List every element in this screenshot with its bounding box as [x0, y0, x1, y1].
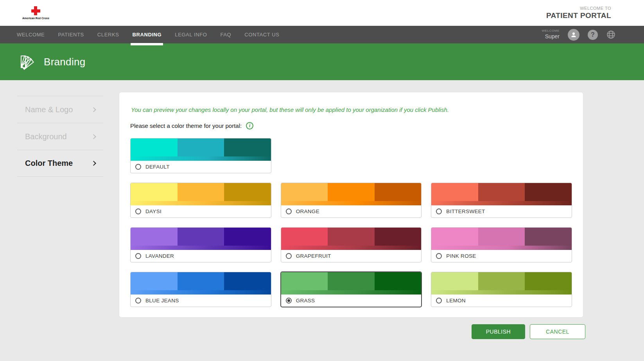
theme-radio[interactable]	[436, 253, 442, 259]
nav-item-patients[interactable]: PATIENTS	[51, 26, 90, 43]
prompt-row: Please select a color theme for your por…	[130, 122, 572, 129]
theme-label-row: PINK ROSE	[431, 250, 572, 262]
theme-card-blue-jeans[interactable]: BLUE JEANS	[130, 272, 271, 307]
theme-radio[interactable]	[436, 298, 442, 304]
theme-label: BLUE JEANS	[145, 298, 179, 304]
theme-card-lavander[interactable]: LAVANDER	[130, 227, 271, 262]
nav-item-branding[interactable]: BRANDING	[126, 26, 168, 43]
gradient-strip	[431, 246, 572, 250]
theme-card-default[interactable]: DEFAULT	[130, 138, 271, 173]
app-header: American Red Cross WELCOME TO PATIENT PO…	[0, 0, 644, 26]
gradient-strip	[281, 290, 422, 295]
globe-icon[interactable]	[606, 30, 616, 40]
theme-row-3: LAVANDER GRAPEFRUIT	[130, 227, 572, 262]
theme-label: LAVANDER	[145, 253, 174, 259]
color-theme-panel: You can preview your changes locally on …	[119, 92, 583, 318]
main-nav: WELCOME PATIENTS CLERKS BRANDING LEGAL I…	[0, 26, 644, 43]
cancel-button[interactable]: CANCEL	[530, 324, 585, 339]
theme-label: ORANGE	[296, 208, 319, 214]
theme-swatch	[131, 183, 271, 205]
theme-swatch	[131, 138, 271, 161]
portal-title: PATIENT PORTAL	[546, 11, 611, 20]
theme-label-row: DEFAULT	[131, 161, 271, 173]
nav-item-clerks[interactable]: CLERKS	[91, 26, 126, 43]
chevron-right-icon	[91, 161, 96, 166]
sidebar-item-label: Name & Logo	[25, 105, 73, 114]
theme-label-row: LAVANDER	[131, 250, 271, 262]
theme-label: PINK ROSE	[446, 253, 476, 259]
page-banner: Branding	[0, 43, 644, 80]
theme-card-pink-rose[interactable]: PINK ROSE	[431, 227, 572, 262]
theme-label: DAYSI	[145, 208, 161, 214]
sidebar-item-color-theme[interactable]: Color Theme	[17, 150, 103, 177]
theme-radio[interactable]	[436, 208, 442, 214]
theme-label-row: GRAPEFRUIT	[281, 250, 422, 262]
theme-swatch	[131, 228, 271, 250]
nav-user-name: Super	[545, 33, 560, 40]
theme-label: LEMON	[446, 298, 466, 304]
theme-radio[interactable]	[135, 208, 141, 214]
theme-card-orange[interactable]: ORANGE	[281, 183, 422, 218]
theme-card-bittersweet[interactable]: BITTERSWEET	[431, 183, 572, 218]
theme-label: DEFAULT	[145, 164, 170, 170]
nav-item-faq[interactable]: FAQ	[213, 26, 238, 43]
sidebar-item-name-logo[interactable]: Name & Logo	[17, 96, 103, 123]
theme-card-lemon[interactable]: LEMON	[431, 272, 572, 307]
nav-user-welcome: WELCOME	[542, 29, 560, 33]
sidebar-item-background[interactable]: Background	[17, 123, 103, 150]
publish-button[interactable]: PUBLISH	[472, 324, 525, 339]
theme-swatch	[281, 272, 422, 295]
theme-card-grapefruit[interactable]: GRAPEFRUIT	[281, 227, 422, 262]
theme-swatch	[431, 183, 572, 205]
theme-label: GRAPEFRUIT	[296, 253, 331, 259]
gradient-strip	[131, 156, 271, 161]
nav-user-label: WELCOME Super	[542, 29, 560, 40]
theme-swatch	[431, 272, 572, 295]
theme-label-row: DAYSI	[131, 205, 271, 217]
theme-label-row: LEMON	[431, 295, 572, 307]
theme-row-1: DEFAULT	[130, 138, 572, 173]
logo-text: American Red Cross	[22, 17, 49, 20]
gradient-strip	[431, 201, 572, 205]
theme-swatch	[281, 183, 422, 205]
gradient-strip	[131, 290, 271, 295]
sidebar-item-label: Color Theme	[25, 159, 73, 168]
sidebar: Name & Logo Background Color Theme	[17, 96, 103, 177]
theme-radio[interactable]	[286, 253, 292, 259]
theme-swatch	[131, 272, 271, 295]
preview-note: You can preview your changes locally on …	[131, 106, 572, 113]
theme-radio[interactable]	[135, 164, 141, 170]
nav-right: WELCOME Super ?	[542, 26, 616, 43]
prompt-text: Please select a color theme for your por…	[130, 122, 242, 129]
nav-item-contact-us[interactable]: CONTACT US	[238, 26, 286, 43]
theme-radio[interactable]	[135, 298, 141, 304]
sidebar-item-label: Background	[25, 132, 67, 141]
theme-label-row: BLUE JEANS	[131, 295, 271, 307]
portal-title-block: WELCOME TO PATIENT PORTAL	[546, 6, 611, 20]
theme-label: BITTERSWEET	[446, 208, 485, 214]
gradient-strip	[131, 246, 271, 250]
theme-radio[interactable]	[135, 253, 141, 259]
welcome-to-label: WELCOME TO	[546, 6, 611, 11]
theme-row-4: BLUE JEANS GRASS	[130, 272, 572, 307]
nav-item-legal-info[interactable]: LEGAL INFO	[168, 26, 213, 43]
footer-actions: PUBLISH CANCEL	[0, 324, 585, 339]
chevron-right-icon	[91, 107, 96, 112]
theme-radio[interactable]	[286, 298, 292, 304]
theme-swatch	[431, 228, 572, 250]
info-icon[interactable]: i	[246, 122, 253, 129]
content: Name & Logo Background Color Theme You c…	[0, 80, 644, 318]
nav-item-welcome[interactable]: WELCOME	[10, 26, 51, 43]
swatch-fan-icon	[17, 52, 36, 71]
avatar-icon[interactable]	[568, 29, 579, 41]
theme-card-daysi[interactable]: DAYSI	[130, 183, 271, 218]
gradient-strip	[281, 201, 422, 205]
red-cross-icon	[31, 6, 40, 15]
theme-card-grass[interactable]: GRASS	[281, 272, 422, 307]
red-cross-logo[interactable]: American Red Cross	[22, 6, 49, 20]
page-title: Branding	[44, 56, 85, 68]
gradient-strip	[281, 246, 422, 250]
help-icon[interactable]: ?	[588, 30, 598, 40]
theme-radio[interactable]	[286, 208, 292, 214]
gradient-strip	[131, 201, 271, 205]
